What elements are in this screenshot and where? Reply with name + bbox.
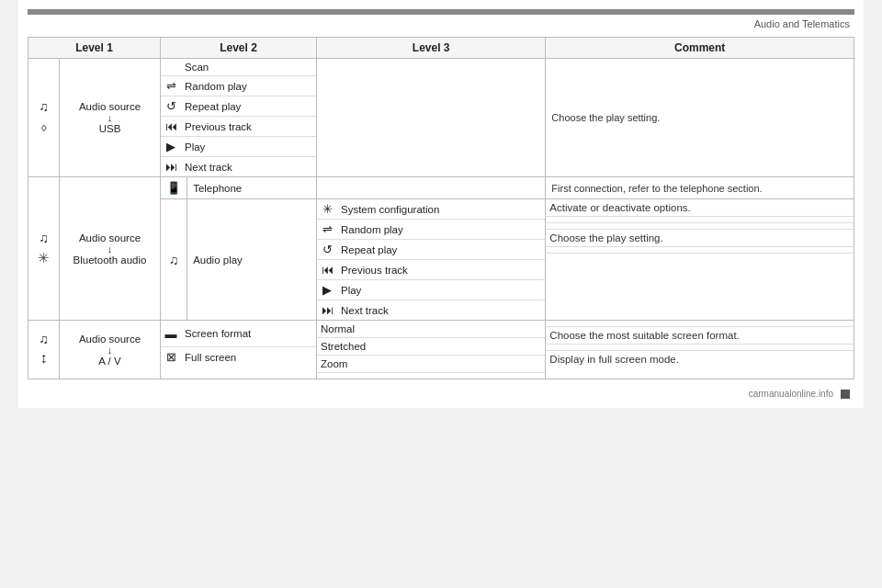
stretched-label: Stretched [317, 338, 545, 356]
av-label: A / V [98, 356, 120, 367]
section1-comment: Choose the play setting. [546, 59, 854, 177]
table-row: ✳ System configuration [317, 199, 545, 220]
next-icon: ⏭ [161, 157, 181, 177]
section2-level1: Audio source ↓ Bluetooth audio [60, 177, 161, 321]
section2-comments: Activate or deactivate options. Choose t… [546, 199, 854, 321]
audioplay-icon-cell: ♫ [161, 199, 187, 321]
audio-source-bt-label: Audio source [79, 232, 141, 243]
syscfg-icon: ✳ [317, 199, 337, 220]
bluetooth-icon: ✳ [34, 248, 53, 267]
section1-icons: ♫ ⬨ [28, 59, 60, 177]
prev-label: Previous track [181, 117, 316, 137]
comment-next2 [546, 254, 854, 260]
telephone-level3 [317, 177, 546, 199]
table-row: ⏮ Previous track [161, 117, 316, 137]
arrow-down-icon: ↓ [65, 112, 154, 123]
next-label: Next track [181, 157, 316, 177]
section1-sub-table: Scan ⇌ Random play ↺ Repeat play ⏮ Pre [161, 59, 316, 176]
comment-sub-table: Activate or deactivate options. Choose t… [546, 199, 854, 259]
audio-source-label: Audio source [79, 101, 141, 112]
page-container: Audio and Telematics Level 1 Level 2 Lev… [18, 0, 864, 408]
comment-repeat2 [546, 223, 854, 230]
av-icon: ↕ [34, 348, 53, 368]
prev-icon: ⏮ [161, 117, 181, 137]
table-row [317, 373, 545, 379]
comment-full: Display in full screen mode. [546, 351, 854, 368]
random2-icon: ⇌ [317, 220, 337, 240]
footer-logo: carmanualonline.info [749, 389, 833, 399]
table-row: Activate or deactivate options. [546, 199, 854, 217]
screen-format-icon: ▬ [161, 321, 181, 347]
section3-comment-sub: Choose the most suitable screen format. … [546, 321, 854, 368]
table-row: Stretched [317, 338, 545, 356]
comment-random2 [546, 217, 854, 223]
table-row: ↺ Repeat play [161, 96, 316, 117]
table-row: ⇌ Random play [317, 220, 545, 240]
comment-syscfg: Activate or deactivate options. [546, 199, 854, 217]
page-header: Audio and Telematics [28, 18, 854, 29]
section2-telephone-row: ♫ ✳ Audio source ↓ Bluetooth audio 📱 Tel… [28, 177, 854, 199]
repeat2-icon: ↺ [317, 240, 337, 260]
music-icon2: ♫ [34, 230, 53, 248]
section2-icons: ♫ ✳ [28, 177, 60, 321]
section1-row: ♫ ⬨ Audio source ↓ USB Scan ⇌ [28, 59, 854, 177]
prev2-icon: ⏮ [317, 260, 337, 280]
table-row: Choose the most suitable screen format. [546, 327, 854, 345]
play-icon: ▶ [161, 137, 181, 157]
table-row: ▬ Screen format [161, 321, 316, 347]
audioplay-label: Audio play [187, 199, 317, 321]
zoom-label: Zoom [317, 356, 545, 373]
table-row [546, 247, 854, 254]
table-row: ⏭ Next track [161, 157, 316, 177]
telephone-comment: First connection, refer to the telephone… [546, 177, 854, 199]
table-row [546, 217, 854, 223]
section1-level2: Scan ⇌ Random play ↺ Repeat play ⏮ Pre [161, 59, 317, 177]
table-row: ⏮ Previous track [317, 260, 545, 280]
table-row: ↺ Repeat play [317, 240, 545, 260]
table-row: ▶ Play [317, 280, 545, 300]
comment-play2 [546, 247, 854, 254]
section2-sub-table: ✳ System configuration ⇌ Random play ↺ R… [317, 199, 545, 320]
screen-format-label: Screen format [181, 321, 316, 347]
table-row: Display in full screen mode. [546, 351, 854, 368]
col-level3: Level 3 [317, 38, 546, 59]
section3-level1: Audio source ↓ A / V [60, 321, 161, 379]
play2-icon: ▶ [317, 280, 337, 300]
section3-level2: ▬ Screen format ⊠ Full screen [161, 321, 317, 379]
telephone-icon-cell: 📱 [161, 177, 187, 199]
page-number [841, 390, 850, 399]
section3-icons: ♫ ↕ [28, 321, 60, 379]
play-label: Play [181, 137, 316, 157]
random-label: Random play [181, 76, 316, 96]
page-title: Audio and Telematics [754, 18, 850, 29]
repeat-label: Repeat play [181, 96, 316, 117]
random2-label: Random play [337, 220, 545, 240]
scan-label: Scan [181, 59, 316, 76]
audio-source-av-label: Audio source [79, 334, 141, 345]
table-row: ⏭ Next track [317, 300, 545, 321]
full-screen-label: Full screen [181, 347, 316, 368]
section3-row: ♫ ↕ Audio source ↓ A / V ▬ Screen format [28, 321, 854, 379]
repeat2-label: Repeat play [337, 240, 545, 260]
col-comment: Comment [546, 38, 854, 59]
main-table: Level 1 Level 2 Level 3 Comment ♫ ⬨ Audi… [28, 37, 854, 379]
play2-label: Play [337, 280, 545, 300]
next2-label: Next track [337, 300, 545, 321]
section3-l2-sub: ▬ Screen format ⊠ Full screen [161, 321, 316, 367]
normal-label: Normal [317, 321, 545, 338]
telephone-label: Telephone [187, 177, 317, 199]
full-screen-icon: ⊠ [161, 347, 181, 368]
comment-zoom [546, 345, 854, 351]
section3-level3: Normal Stretched Zoom [317, 321, 546, 379]
fullscreen-level3 [317, 373, 545, 379]
footer: carmanualonline.info [28, 389, 854, 399]
prev2-label: Previous track [337, 260, 545, 280]
next2-icon: ⏭ [317, 300, 337, 321]
bt-audio-label: Bluetooth audio [74, 254, 147, 266]
col-level1: Level 1 [28, 38, 161, 59]
scan-icon-cell [161, 59, 181, 76]
section3-comments: Choose the most suitable screen format. … [546, 321, 854, 379]
random-icon: ⇌ [161, 76, 181, 96]
section3-l3-sub: Normal Stretched Zoom [317, 321, 545, 379]
table-row: ⇌ Random play [161, 76, 316, 96]
